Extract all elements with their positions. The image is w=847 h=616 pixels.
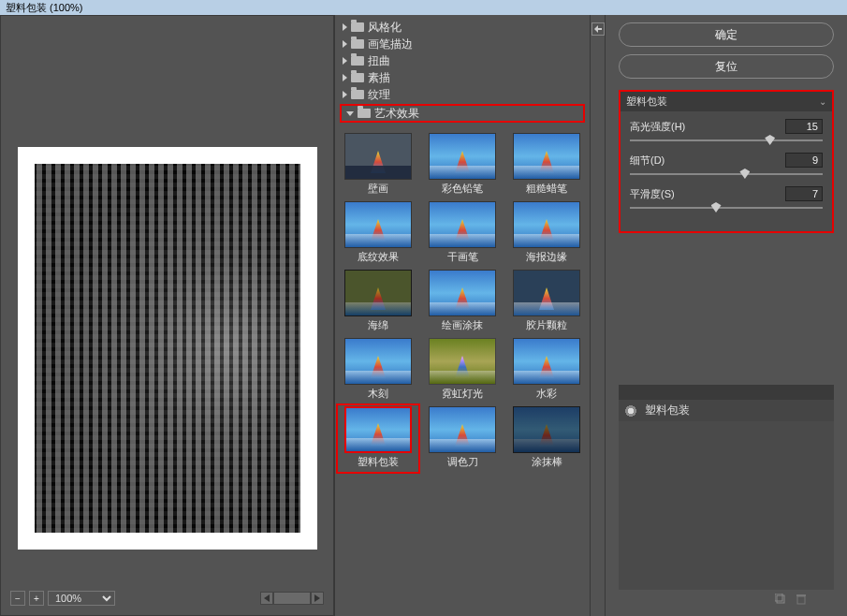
visibility-icon[interactable]: [624, 404, 637, 418]
svg-marker-0: [264, 594, 270, 602]
thumb-film-grain[interactable]: 胶片颗粒: [507, 270, 586, 332]
param-highlight-strength: 高光强度(H): [630, 119, 823, 143]
zoom-in-button[interactable]: +: [29, 591, 44, 606]
controls-pane: 确定 复位 塑料包装 ⌄ 高光强度(H): [605, 15, 847, 616]
titlebar: 塑料包装 (100%): [0, 0, 847, 15]
slider-detail[interactable]: [630, 171, 823, 177]
filter-gallery-window: 塑料包装 (100%) − + 100%: [0, 0, 847, 616]
category-label: 纹理: [368, 87, 390, 103]
thumb-poster-edges[interactable]: 海报边缘: [507, 201, 586, 264]
collapse-column: [590, 15, 605, 616]
thumb-fresco[interactable]: 壁画: [339, 133, 417, 196]
category-brush-strokes[interactable]: 画笔描边: [337, 36, 588, 52]
zoom-out-button[interactable]: −: [10, 591, 25, 606]
thumb-rough-pastels[interactable]: 粗糙蜡笔: [507, 133, 586, 196]
zoom-controls: − + 100%: [8, 589, 326, 608]
category-label: 画笔描边: [368, 37, 413, 52]
layer-name: 塑料包装: [645, 403, 690, 418]
category-stylize[interactable]: 风格化: [337, 19, 588, 36]
thumb-smudge-stick[interactable]: 涂抹棒: [507, 406, 586, 471]
svg-marker-1: [314, 594, 320, 602]
thumb-dry-brush[interactable]: 干画笔: [423, 201, 502, 264]
slider-thumb[interactable]: [765, 135, 775, 145]
ok-button[interactable]: 确定: [619, 22, 834, 47]
param-detail: 细节(D): [630, 153, 823, 177]
new-effect-icon[interactable]: [774, 593, 787, 606]
zoom-select[interactable]: 100%: [48, 591, 115, 606]
param-label: 平滑度(S): [630, 187, 675, 201]
effect-layer-row[interactable]: 塑料包装: [619, 400, 834, 421]
reset-button[interactable]: 复位: [619, 54, 834, 79]
category-label: 风格化: [368, 20, 402, 36]
preview-pane: − + 100%: [0, 15, 334, 616]
folder-icon: [351, 22, 364, 32]
collapse-button[interactable]: [591, 22, 605, 36]
category-distort[interactable]: 扭曲: [337, 52, 588, 69]
thumb-sponge[interactable]: 海绵: [339, 270, 417, 332]
chevron-down-icon: ⌄: [819, 96, 826, 107]
param-input-detail[interactable]: [785, 153, 823, 168]
svg-rect-3: [777, 595, 784, 603]
thumb-cutout[interactable]: 木刻: [339, 338, 417, 401]
thumb-colored-pencil[interactable]: 彩色铅笔: [423, 133, 502, 196]
scroll-left-icon[interactable]: [260, 592, 273, 605]
thumb-paint-daubs[interactable]: 绘画涂抹: [423, 270, 502, 332]
thumb-underpainting[interactable]: 底纹效果: [339, 201, 417, 264]
folder-icon: [358, 109, 371, 118]
folder-icon: [351, 56, 364, 66]
filter-tree-pane: 风格化 画笔描边 扭曲 素描 纹理 艺术效果 壁画 彩色铅笔 粗糙蜡笔 底纹效果…: [334, 15, 590, 616]
slider-thumb[interactable]: [739, 169, 750, 179]
category-list: 风格化 画笔描边 扭曲 素描 纹理 艺术效果: [335, 15, 590, 127]
folder-icon: [351, 90, 364, 99]
thumb-watercolor[interactable]: 水彩: [507, 338, 586, 401]
preview-canvas: [8, 23, 326, 589]
layers-header: [619, 385, 834, 400]
slider-thumb[interactable]: [711, 202, 722, 213]
svg-rect-5: [797, 596, 805, 604]
param-input-highlight[interactable]: [785, 119, 823, 134]
svg-rect-4: [775, 594, 782, 601]
param-label: 细节(D): [630, 154, 664, 168]
category-sketch[interactable]: 素描: [337, 69, 588, 86]
param-label: 高光强度(H): [630, 120, 685, 134]
param-smoothness: 平滑度(S): [630, 186, 823, 211]
filter-name: 塑料包装: [626, 95, 667, 109]
category-label: 扭曲: [368, 53, 390, 69]
thumb-plastic-wrap[interactable]: 塑料包装: [339, 406, 417, 471]
trash-icon[interactable]: [795, 593, 808, 606]
preview-image: [18, 147, 317, 550]
window-title: 塑料包装 (100%): [6, 1, 83, 15]
folder-icon: [351, 73, 364, 82]
category-label: 艺术效果: [374, 106, 419, 122]
scroll-right-icon[interactable]: [311, 592, 324, 605]
category-texture[interactable]: 纹理: [337, 86, 588, 103]
filter-select[interactable]: 塑料包装 ⌄: [621, 92, 832, 111]
svg-rect-6: [796, 594, 806, 596]
param-input-smoothness[interactable]: [785, 186, 823, 201]
thumb-palette-knife[interactable]: 调色刀: [423, 406, 502, 471]
thumb-neon-glow[interactable]: 霓虹灯光: [423, 338, 502, 401]
slider-highlight[interactable]: [630, 138, 823, 143]
category-label: 素描: [368, 70, 390, 86]
parameters-section: 塑料包装 ⌄ 高光强度(H) 细节(D): [619, 90, 834, 233]
svg-marker-2: [594, 25, 602, 33]
category-artistic[interactable]: 艺术效果: [341, 105, 584, 122]
layers-footer: [619, 590, 834, 609]
folder-icon: [351, 39, 364, 49]
horizontal-scrollbar[interactable]: [119, 592, 324, 605]
effect-layers-pane: 塑料包装: [619, 385, 834, 609]
slider-smoothness[interactable]: [630, 205, 823, 211]
thumbnail-grid: 壁画 彩色铅笔 粗糙蜡笔 底纹效果 干画笔 海报边缘 海绵 绘画涂抹 胶片颗粒 …: [335, 127, 590, 477]
